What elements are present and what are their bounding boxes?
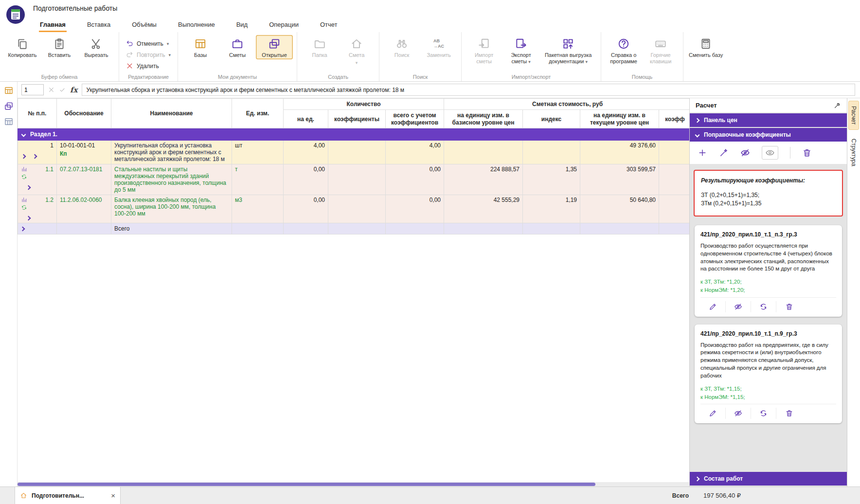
- side-tab-structure[interactable]: Структура: [849, 134, 859, 171]
- row-expand-icon[interactable]: [26, 185, 31, 190]
- section-collapse-icon[interactable]: [21, 132, 26, 137]
- import-estimate-button[interactable]: Импорт сметы: [466, 35, 502, 65]
- cell-cost-current[interactable]: 50 640,80: [580, 195, 659, 223]
- batch-dropdown-icon[interactable]: ▾: [585, 59, 588, 64]
- cell-cost-coeff[interactable]: [659, 195, 689, 223]
- close-tab-icon[interactable]: ×: [111, 491, 115, 500]
- cell-cost-coeff[interactable]: [659, 141, 689, 164]
- cell-cost-current[interactable]: [580, 223, 659, 234]
- cell-name[interactable]: Всего: [111, 223, 232, 234]
- hide-coefficient-button[interactable]: [726, 301, 751, 312]
- about-button[interactable]: Справка о программе: [605, 35, 642, 65]
- cell-cost-base[interactable]: 224 888,57: [444, 164, 523, 195]
- undo-button[interactable]: Отменить ▾: [123, 39, 174, 48]
- new-folder-button[interactable]: Папка: [301, 35, 338, 59]
- cell-justification[interactable]: 07.2.07.13-0181: [57, 164, 111, 195]
- menu-tab-otchet[interactable]: Отчет: [319, 18, 339, 32]
- wand-button[interactable]: [719, 148, 729, 158]
- cell-qty-per-unit[interactable]: 4,00: [284, 141, 328, 164]
- cell-cost-index[interactable]: [523, 141, 580, 164]
- cell-cost-base[interactable]: [444, 223, 523, 234]
- cell-qty-coeff[interactable]: [328, 141, 386, 164]
- expand-icon[interactable]: [695, 132, 700, 137]
- hotkeys-button[interactable]: Горячие клавиши: [642, 35, 679, 65]
- row-expand-icon-2[interactable]: [33, 154, 37, 159]
- menu-tab-vypolnenie[interactable]: Выполнение: [177, 18, 216, 32]
- replace-coefficient-button[interactable]: [751, 408, 776, 419]
- menu-tab-glavnaya[interactable]: Главная: [39, 18, 67, 32]
- cell-unit[interactable]: шт: [232, 141, 284, 164]
- cell-justification[interactable]: 11.2.06.02-0060: [57, 195, 111, 223]
- add-coefficient-button[interactable]: [698, 148, 707, 158]
- document-tab[interactable]: Подготовительн... ×: [15, 487, 121, 504]
- new-estimate-dropdown-icon[interactable]: ▾: [356, 60, 358, 65]
- edit-coefficient-button[interactable]: [700, 301, 726, 312]
- cell-num[interactable]: 1.2: [18, 195, 57, 223]
- cell-num[interactable]: [18, 223, 57, 234]
- redo-dropdown-icon[interactable]: ▾: [169, 53, 171, 57]
- sidebar-structure-icon[interactable]: [4, 117, 14, 126]
- cell-cost-index[interactable]: [523, 223, 580, 234]
- sidebar-estimate-icon[interactable]: [4, 101, 14, 111]
- cell-name[interactable]: Укрупнительная сборка и установка констр…: [111, 141, 232, 164]
- replace-coefficient-button[interactable]: [751, 301, 776, 312]
- collapse-icon[interactable]: [695, 476, 700, 481]
- change-base-button[interactable]: Сменить базу: [687, 35, 724, 59]
- cell-unit[interactable]: [232, 223, 284, 234]
- cell-qty-total[interactable]: [386, 223, 444, 234]
- table-row-resource[interactable]: 1.2 11.2.06.02-0060 Балка клееная хвойны…: [18, 195, 690, 223]
- copy-button[interactable]: Копировать: [4, 35, 41, 59]
- section-row[interactable]: Раздел 1.: [18, 128, 690, 141]
- section-cell[interactable]: Раздел 1.: [18, 128, 690, 141]
- hide-coefficient-button[interactable]: [726, 408, 751, 419]
- export-estimate-button[interactable]: Экспорт сметы ▾: [502, 35, 539, 65]
- cut-button[interactable]: Вырезать: [78, 35, 115, 59]
- formula-cancel-icon[interactable]: [48, 87, 54, 93]
- paste-button[interactable]: Вставить: [41, 35, 78, 59]
- horizontal-scrollbar-thumb[interactable]: [18, 483, 595, 486]
- formula-input[interactable]: [82, 84, 855, 96]
- cell-name[interactable]: Стальные настилы и щиты междуэтажных пер…: [111, 164, 232, 195]
- collapse-icon[interactable]: [695, 118, 700, 123]
- cell-cost-current[interactable]: 49 376,60: [580, 141, 659, 164]
- edit-coefficient-button[interactable]: [700, 408, 726, 419]
- cell-justification[interactable]: 10-01-001-01 Кп: [57, 141, 111, 164]
- cell-num[interactable]: 1: [18, 141, 57, 164]
- bases-button[interactable]: Базы: [182, 35, 219, 59]
- pin-icon[interactable]: [834, 102, 841, 109]
- row-number-input[interactable]: [21, 84, 44, 95]
- cell-qty-coeff[interactable]: [328, 223, 386, 234]
- cell-qty-total[interactable]: 4,00: [386, 141, 444, 164]
- section-price-panel[interactable]: Панель цен: [690, 113, 847, 127]
- menu-tab-vid[interactable]: Вид: [235, 18, 249, 32]
- delete-coefficient-button[interactable]: [776, 301, 802, 312]
- export-dropdown-icon[interactable]: ▾: [528, 59, 531, 64]
- delete-button[interactable]: Удалить: [123, 61, 174, 71]
- cell-justification[interactable]: [57, 223, 111, 234]
- cell-cost-index[interactable]: 1,19: [523, 195, 580, 223]
- section-correction-coefficients[interactable]: Поправочные коэффициенты: [690, 128, 847, 142]
- horizontal-scrollbar[interactable]: [18, 482, 689, 486]
- batch-upload-button[interactable]: Пакетная выгрузка документации ▾: [539, 35, 597, 65]
- cell-cost-base[interactable]: 42 555,29: [444, 195, 523, 223]
- table-row-work[interactable]: 1 10-01-001-01 Кп Укрупнительная сборка …: [18, 141, 690, 164]
- cell-qty-total[interactable]: 0,00: [386, 195, 444, 223]
- estimates-button[interactable]: Сметы: [219, 35, 256, 59]
- row-expand-icon[interactable]: [21, 154, 26, 159]
- menu-tab-obyomy[interactable]: Объёмы: [131, 18, 158, 32]
- cell-cost-current[interactable]: 303 599,57: [580, 164, 659, 195]
- hide-all-button[interactable]: [740, 148, 750, 158]
- redo-button[interactable]: Повторить ▾: [123, 50, 174, 59]
- formula-accept-icon[interactable]: [59, 87, 66, 93]
- cell-qty-coeff[interactable]: [328, 164, 386, 195]
- cell-unit[interactable]: т: [232, 164, 284, 195]
- sidebar-bases-icon[interactable]: [4, 86, 14, 95]
- search-button[interactable]: Поиск: [383, 35, 420, 59]
- row-expand-icon[interactable]: [20, 227, 25, 232]
- cell-cost-coeff[interactable]: [659, 164, 689, 195]
- side-tab-calculation[interactable]: Расчет: [848, 101, 859, 130]
- fx-icon[interactable]: fx: [70, 86, 77, 94]
- cell-qty-per-unit[interactable]: [284, 223, 328, 234]
- cell-unit[interactable]: м3: [232, 195, 284, 223]
- show-button[interactable]: [762, 146, 778, 160]
